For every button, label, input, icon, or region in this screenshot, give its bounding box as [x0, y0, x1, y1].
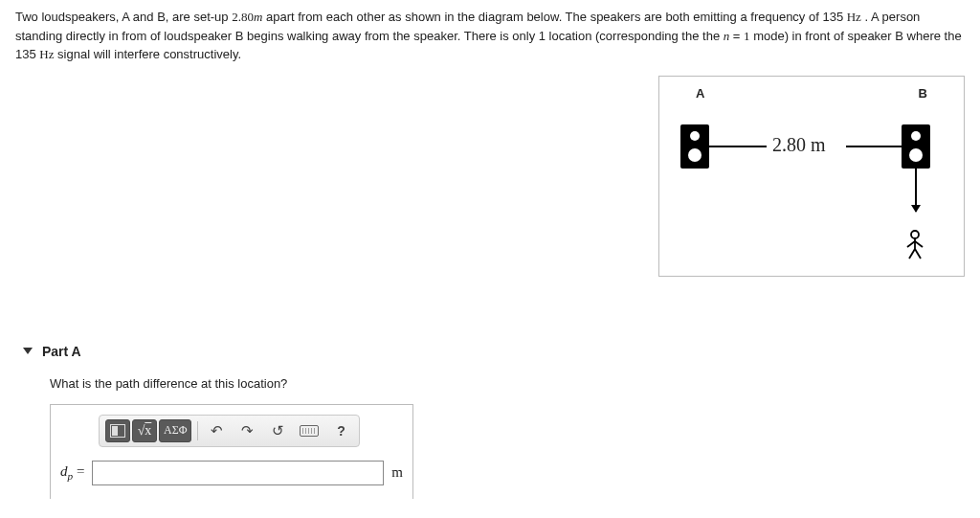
undo-button[interactable]: ↶ — [204, 419, 229, 442]
svg-point-0 — [911, 231, 919, 238]
equation-toolbar: √x ΑΣΦ ↶ ↷ ↺ ? — [99, 415, 360, 447]
chevron-down-icon — [23, 348, 33, 354]
part-title: Part A — [42, 344, 81, 359]
arrow-down-icon — [915, 169, 917, 212]
template-button[interactable] — [105, 419, 130, 442]
help-button[interactable]: ? — [328, 419, 353, 442]
figure-line — [709, 146, 767, 147]
greek-button[interactable]: ΑΣΦ — [159, 419, 191, 442]
template-icon — [110, 424, 125, 438]
svg-line-4 — [909, 249, 915, 259]
person-icon — [904, 230, 925, 260]
speaker-a-icon — [680, 124, 709, 169]
reset-button[interactable]: ↺ — [265, 419, 290, 442]
answer-input[interactable] — [92, 461, 384, 485]
svg-line-5 — [915, 249, 921, 259]
problem-statement: Two loudspeakers, A and B, are set-up 2.… — [15, 8, 965, 64]
keyboard-button[interactable] — [296, 419, 323, 442]
figure-distance-label: 2.80 m — [772, 134, 826, 156]
sqrt-button[interactable]: √x — [132, 419, 157, 442]
variable-label: dp = — [60, 463, 84, 482]
svg-line-3 — [915, 241, 923, 247]
figure-label-b: B — [919, 86, 927, 101]
answer-area: √x ΑΣΦ ↶ ↷ ↺ ? dp = m — [50, 404, 413, 499]
speaker-b-icon — [902, 124, 930, 169]
svg-line-2 — [907, 241, 915, 247]
toolbar-separator — [197, 421, 198, 440]
part-header[interactable]: Part A — [15, 344, 965, 359]
part-prompt: What is the path difference at this loca… — [50, 376, 965, 391]
figure-label-a: A — [696, 86, 704, 101]
answer-unit: m — [391, 464, 403, 481]
problem-figure: A B 2.80 m — [658, 76, 965, 277]
figure-line — [846, 146, 903, 147]
keyboard-icon — [300, 425, 319, 437]
redo-button[interactable]: ↷ — [234, 419, 259, 442]
